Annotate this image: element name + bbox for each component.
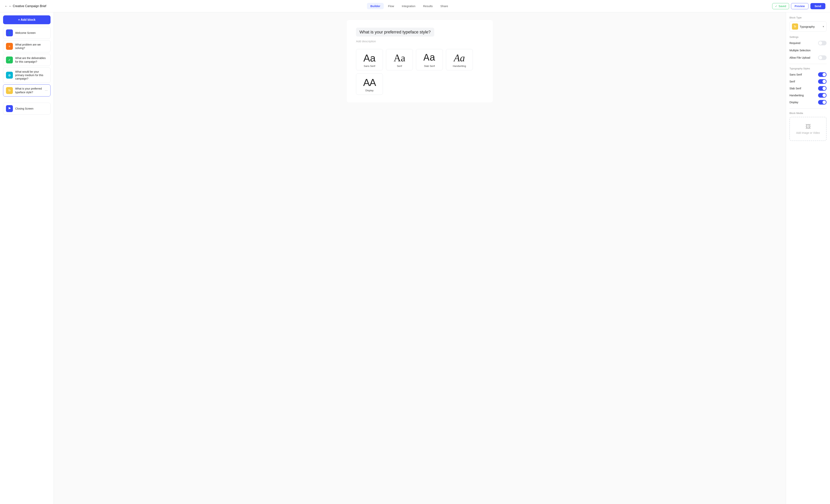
setting-row-allow-file-upload: Allow File Upload bbox=[790, 55, 827, 60]
sidebar-item-label-typeface: What is your preferred typeface style? bbox=[15, 87, 42, 94]
ts-toggle-sans-serif[interactable] bbox=[818, 72, 827, 77]
sidebar-item-label-closing: Closing Screen bbox=[15, 107, 47, 110]
send-button[interactable]: Send bbox=[810, 3, 825, 9]
add-media-label: Add Image or Video bbox=[796, 131, 820, 134]
sidebar-item-typeface[interactable]: TrWhat is your preferred typeface style?… bbox=[3, 84, 51, 96]
typography-card-slab-serif[interactable]: AaSlab Serif bbox=[416, 49, 443, 70]
toggle-multiple-selection[interactable] bbox=[818, 48, 827, 53]
aa-text-sans-serif: Aa bbox=[363, 53, 376, 63]
app-header: ← ← Creative Campaign Brief BuilderFlowI… bbox=[0, 0, 830, 12]
image-icon: 🖼 bbox=[805, 123, 811, 130]
setting-label-allow-file-upload: Allow File Upload bbox=[790, 56, 810, 59]
divider bbox=[790, 64, 827, 64]
sidebar-item-label-medium: What would be your primary medium for th… bbox=[15, 70, 47, 81]
block-media-title: Block Media bbox=[790, 112, 827, 115]
toggle-allow-file-upload[interactable] bbox=[818, 55, 827, 60]
add-description-placeholder[interactable]: Add description bbox=[356, 40, 484, 43]
saved-indicator: ✓ Saved bbox=[772, 3, 789, 9]
aa-text-slab: Aa bbox=[423, 53, 435, 63]
more-options-icon[interactable]: ··· bbox=[45, 88, 47, 92]
chevron-down-icon: ▾ bbox=[823, 25, 824, 28]
ts-row-sans-serif: Sans Serif bbox=[790, 72, 827, 77]
ts-label-serif: Serif bbox=[790, 80, 795, 83]
back-button[interactable]: ← ← Creative Campaign Brief bbox=[5, 4, 46, 8]
header-left: ← ← Creative Campaign Brief bbox=[5, 4, 46, 8]
nav-tab-share[interactable]: Share bbox=[437, 3, 451, 9]
ts-row-display: Display bbox=[790, 100, 827, 104]
ts-label-display: Display bbox=[790, 101, 798, 104]
sidebar-item-medium[interactable]: ◎What would be your primary medium for t… bbox=[3, 67, 51, 83]
block-type-icon: Tr bbox=[792, 24, 798, 30]
sidebar-item-problem[interactable]: ≡What problem are we solving? bbox=[3, 40, 51, 52]
sidebar-item-closing[interactable]: ⚑Closing Screen bbox=[3, 103, 51, 115]
settings-section-title: Settings bbox=[790, 36, 827, 38]
typography-styles-section: Typography Styles Sans SerifSerifSlab Se… bbox=[790, 67, 827, 104]
typography-card-sans-serif[interactable]: AaSans Serif bbox=[356, 49, 383, 70]
ts-row-serif: Serif bbox=[790, 79, 827, 84]
sidebar-items-container: 👤Welcome Screen≡What problem are we solv… bbox=[3, 27, 51, 115]
block-media-section: Block Media 🖼 Add Image or Video bbox=[790, 112, 827, 141]
right-panel: Block Type Tr Typography ▾ Settings Requ… bbox=[786, 12, 830, 504]
sidebar-item-icon-problem: ≡ bbox=[6, 43, 13, 50]
typography-label-slab: Slab Serif bbox=[424, 65, 435, 67]
toggle-required[interactable] bbox=[818, 41, 827, 45]
nav-tab-flow[interactable]: Flow bbox=[384, 3, 397, 9]
ts-toggle-handwriting[interactable] bbox=[818, 93, 827, 98]
aa-text-serif: Aa bbox=[394, 53, 405, 63]
typography-styles-title: Typography Styles bbox=[790, 67, 827, 70]
sidebar-item-icon-medium: ◎ bbox=[6, 72, 13, 78]
typography-label-handwriting: Handwriting bbox=[453, 65, 466, 67]
main-nav: BuilderFlowIntegrationResultsShare bbox=[367, 3, 451, 9]
typography-label-sans-serif: Sans Serif bbox=[364, 65, 375, 67]
sidebar-item-label-welcome: Welcome Screen bbox=[15, 31, 47, 35]
add-block-button[interactable]: + Add block bbox=[3, 15, 51, 24]
main-layout: + Add block 👤Welcome Screen≡What problem… bbox=[0, 12, 830, 504]
ts-toggle-display[interactable] bbox=[818, 100, 827, 104]
canvas-area: What is your preferred typeface style? A… bbox=[54, 12, 786, 504]
nav-tab-builder[interactable]: Builder bbox=[367, 3, 384, 9]
ts-label-handwriting: Handwriting bbox=[790, 94, 804, 97]
typography-label-serif: Serif bbox=[397, 65, 402, 67]
ts-label-sans-serif: Sans Serif bbox=[790, 73, 802, 76]
sidebar-item-welcome[interactable]: 👤Welcome Screen bbox=[3, 27, 51, 39]
ts-label-slab-serif: Slab Serif bbox=[790, 87, 801, 90]
nav-tab-integration[interactable]: Integration bbox=[398, 3, 419, 9]
ts-row-handwriting: Handwriting bbox=[790, 93, 827, 98]
sidebar-item-label-problem: What problem are we solving? bbox=[15, 43, 47, 50]
canvas-card: What is your preferred typeface style? A… bbox=[347, 20, 493, 102]
sidebar-item-icon-typeface: Tr bbox=[6, 87, 13, 94]
block-type-label: Typography bbox=[800, 25, 815, 28]
check-icon: ✓ bbox=[775, 5, 777, 8]
block-type-selector[interactable]: Tr Typography ▾ bbox=[790, 21, 827, 32]
setting-row-required: Required bbox=[790, 41, 827, 45]
media-upload-area[interactable]: 🖼 Add Image or Video bbox=[790, 117, 827, 141]
app-title: ← Creative Campaign Brief bbox=[9, 4, 46, 8]
question-title: What is your preferred typeface style? bbox=[356, 28, 434, 36]
typography-options-grid: AaSans SerifAaSerifAaSlab SerifAaHandwri… bbox=[356, 49, 484, 95]
ts-row-slab-serif: Slab Serif bbox=[790, 86, 827, 91]
typography-styles-rows: Sans SerifSerifSlab SerifHandwritingDisp… bbox=[790, 72, 827, 104]
sidebar-item-label-deliverables: What are the deliverables for this campa… bbox=[15, 56, 47, 63]
sidebar-item-deliverables[interactable]: ✓What are the deliverables for this camp… bbox=[3, 54, 51, 66]
typography-card-handwriting[interactable]: AaHandwriting bbox=[446, 49, 473, 70]
sidebar-item-icon-welcome: 👤 bbox=[6, 29, 13, 36]
nav-tab-results[interactable]: Results bbox=[420, 3, 436, 9]
aa-text-handwriting: Aa bbox=[454, 53, 465, 63]
preview-button[interactable]: Preview bbox=[791, 3, 808, 9]
saved-label: Saved bbox=[778, 5, 786, 8]
sidebar: + Add block 👤Welcome Screen≡What problem… bbox=[0, 12, 54, 504]
sidebar-item-icon-closing: ⚑ bbox=[6, 105, 13, 112]
settings-section: Settings RequiredMultiple SelectionAllow… bbox=[790, 36, 827, 60]
header-right: ✓ Saved Preview Send bbox=[772, 3, 825, 9]
ts-toggle-slab-serif[interactable] bbox=[818, 86, 827, 91]
ts-toggle-serif[interactable] bbox=[818, 79, 827, 84]
typography-card-serif[interactable]: AaSerif bbox=[386, 49, 413, 70]
setting-label-multiple-selection: Multiple Selection bbox=[790, 49, 810, 52]
typography-label-display: Display bbox=[365, 89, 374, 92]
back-arrow-icon: ← bbox=[5, 4, 8, 8]
aa-text-display: AA bbox=[363, 77, 376, 88]
setting-row-multiple-selection: Multiple Selection bbox=[790, 48, 827, 53]
typography-card-display[interactable]: AADisplay bbox=[356, 73, 383, 95]
settings-rows: RequiredMultiple SelectionAllow File Upl… bbox=[790, 41, 827, 60]
sidebar-item-icon-deliverables: ✓ bbox=[6, 57, 13, 63]
